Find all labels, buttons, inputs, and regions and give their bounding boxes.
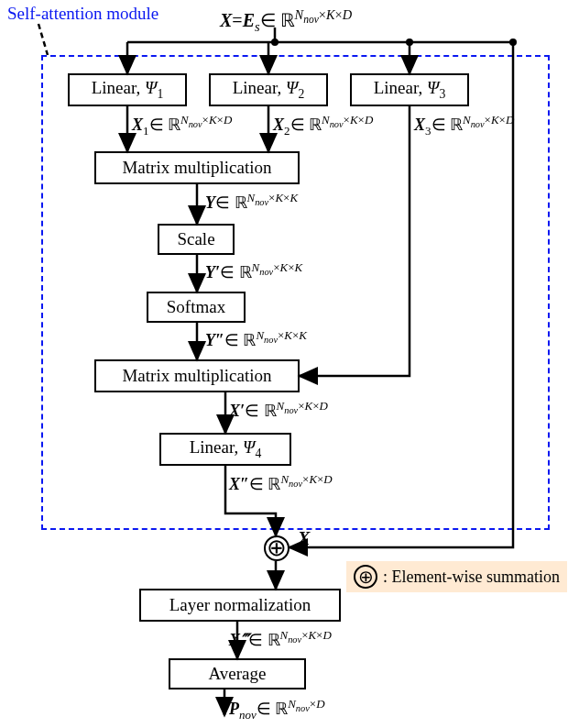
input-expr: X=Es∈ ℝNnov×K×D bbox=[220, 7, 352, 35]
residual-x-label: X bbox=[298, 528, 310, 549]
layer-normalization: Layer normalization bbox=[139, 589, 341, 622]
sum-node: + bbox=[264, 535, 290, 561]
yprime-label: Y′∈ ℝNnov×K×K bbox=[205, 260, 302, 282]
xppp-label: X‴∈ ℝNnov×K×D bbox=[229, 628, 332, 650]
plus-circle-icon bbox=[354, 565, 377, 589]
svg-line-0 bbox=[38, 24, 48, 55]
xprime-label: X′∈ ℝNnov×K×D bbox=[229, 399, 328, 421]
legend-elementwise-sum: : Element-wise summation bbox=[346, 561, 567, 592]
average: Average bbox=[169, 658, 306, 689]
matmul1: Matrix multiplication bbox=[94, 151, 300, 184]
y-label: Y∈ ℝNnov×K×K bbox=[205, 191, 298, 213]
svg-point-2 bbox=[271, 39, 279, 46]
linear-psi4: Linear, Ψ4 bbox=[159, 433, 291, 466]
svg-point-4 bbox=[406, 39, 413, 46]
linear-psi3: Linear, Ψ3 bbox=[350, 73, 469, 106]
matmul2: Matrix multiplication bbox=[94, 359, 300, 392]
softmax: Softmax bbox=[147, 292, 246, 323]
x2-label: X2∈ ℝNnov×K×D bbox=[273, 113, 373, 138]
scale: Scale bbox=[158, 224, 235, 255]
output-label: Pnov∈ ℝNnov×D bbox=[229, 697, 324, 722]
linear-psi2: Linear, Ψ2 bbox=[209, 73, 328, 106]
xpp-label: X″∈ ℝNnov×K×D bbox=[229, 472, 333, 494]
svg-point-5 bbox=[509, 39, 517, 46]
self-attention-title: Self-attention module bbox=[7, 4, 158, 24]
x3-label: X3∈ ℝNnov×K×D bbox=[414, 113, 514, 138]
ypp-label: Y″∈ ℝNnov×K×K bbox=[205, 328, 307, 350]
linear-psi1: Linear, Ψ1 bbox=[68, 73, 187, 106]
x1-label: X1∈ ℝNnov×K×D bbox=[132, 113, 232, 138]
